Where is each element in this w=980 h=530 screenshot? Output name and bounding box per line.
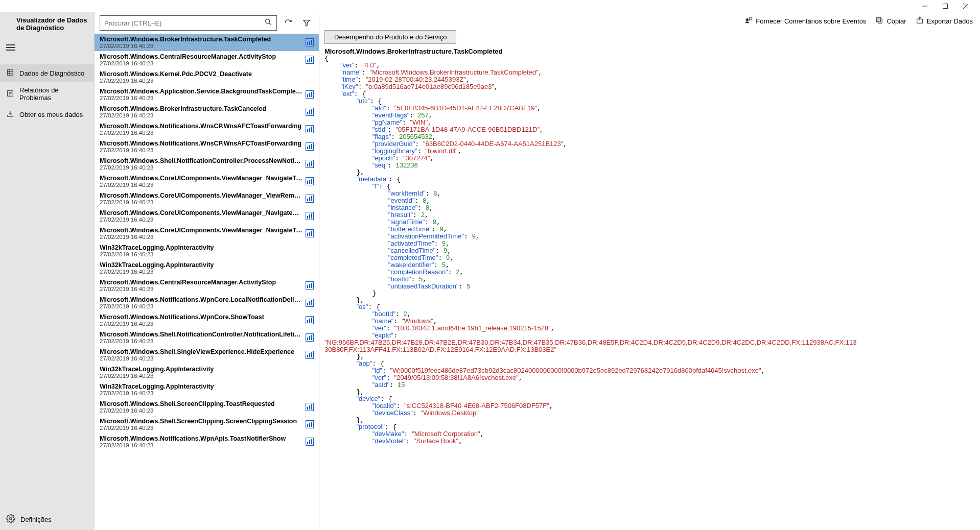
event-date: 27/02/2019 16:40:23	[100, 269, 314, 275]
export-icon	[916, 16, 924, 26]
svg-rect-43	[311, 161, 312, 166]
event-name: Microsoft.Windows.Shell.NotificationCont…	[100, 157, 302, 164]
chart-icon	[306, 351, 314, 359]
hamburger-button[interactable]	[0, 38, 94, 57]
event-name: Microsoft.Windows.Notifications.WpnCore.…	[100, 314, 302, 321]
event-date: 27/02/2019 16:40:23	[100, 425, 302, 431]
event-name: Microsoft.Windows.CentralResourceManager…	[100, 53, 302, 60]
search-box[interactable]	[100, 15, 277, 31]
event-item[interactable]: Microsoft.Windows.BrokerInfrastructure.T…	[95, 103, 319, 121]
svg-rect-37	[307, 147, 308, 149]
event-item[interactable]: Microsoft.Windows.Notifications.WnsCP.Wn…	[95, 138, 319, 155]
event-date: 27/02/2019 16:40:23	[100, 147, 302, 153]
chart-icon	[306, 438, 314, 446]
event-item[interactable]: Microsoft.Windows.Shell.ScreenClipping.S…	[95, 416, 319, 433]
svg-rect-62	[309, 284, 310, 288]
event-item[interactable]: Microsoft.Windows.BrokerInfrastructure.T…	[95, 34, 319, 51]
event-item[interactable]: Microsoft.Windows.Notifications.WpnCore.…	[95, 311, 319, 329]
event-item[interactable]: Microsoft.Windows.Shell.SingleViewExperi…	[95, 346, 319, 364]
chart-icon	[306, 333, 314, 342]
event-item[interactable]: Microsoft.Windows.Notifications.WnsCP.Wn…	[95, 121, 319, 138]
category-button[interactable]: Desempenho do Produto e do Serviço	[324, 30, 456, 44]
settings-button[interactable]: Definições	[0, 509, 94, 530]
event-item[interactable]: Win32kTraceLogging.AppInteractivity27/02…	[95, 381, 319, 398]
sidebar-item-1[interactable]: Relatórios de Problemas	[0, 82, 94, 106]
event-date: 27/02/2019 16:40:23	[100, 78, 314, 84]
event-item[interactable]: Microsoft.Windows.Shell.NotificationCont…	[95, 329, 319, 346]
svg-rect-1	[943, 4, 948, 9]
event-item[interactable]: Microsoft.Windows.CentralResourceManager…	[95, 277, 319, 294]
export-button[interactable]: Exportar Dados	[916, 16, 973, 26]
svg-rect-78	[309, 353, 310, 357]
window-titlebar	[0, 0, 980, 12]
svg-rect-77	[307, 355, 308, 357]
svg-rect-45	[307, 181, 308, 184]
event-name: Win32kTraceLogging.AppInteractivity	[100, 244, 314, 251]
svg-rect-53	[307, 216, 308, 219]
svg-rect-30	[309, 110, 310, 114]
svg-rect-86	[309, 423, 310, 427]
chart-icon	[306, 195, 314, 203]
svg-rect-51	[311, 196, 312, 201]
svg-rect-21	[307, 60, 308, 62]
event-item[interactable]: Win32kTraceLogging.AppInteractivity27/02…	[95, 242, 319, 259]
refresh-button[interactable]	[281, 16, 295, 30]
event-item[interactable]: Microsoft.Windows.CoreUIComponents.ViewM…	[95, 173, 319, 190]
filter-button[interactable]	[299, 16, 314, 30]
chart-icon	[306, 281, 314, 290]
search-input[interactable]	[104, 19, 264, 27]
svg-rect-29	[307, 112, 308, 114]
svg-rect-27	[311, 92, 312, 97]
svg-rect-55	[311, 213, 312, 219]
event-item[interactable]: Win32kTraceLogging.AppInteractivity27/02…	[95, 364, 319, 381]
window-close-button[interactable]	[955, 1, 976, 11]
event-date: 27/02/2019 16:40:23	[100, 321, 302, 327]
event-item[interactable]: Microsoft.Windows.CoreUIComponents.ViewM…	[95, 225, 319, 242]
event-name: Microsoft.Windows.Shell.ScreenClipping.S…	[100, 418, 302, 425]
event-date: 27/02/2019 16:40:23	[100, 130, 302, 136]
list-toolbar	[95, 12, 319, 34]
event-item[interactable]: Microsoft.Windows.Shell.NotificationCont…	[95, 155, 319, 173]
event-date: 27/02/2019 16:40:23	[100, 286, 302, 292]
event-item[interactable]: Microsoft.Windows.CoreUIComponents.ViewM…	[95, 190, 319, 207]
svg-rect-54	[309, 214, 310, 219]
event-item[interactable]: Microsoft.Windows.Application.Service.Ba…	[95, 86, 319, 103]
search-icon	[264, 18, 272, 28]
nav-icon	[6, 68, 14, 78]
window-minimize-button[interactable]	[915, 1, 935, 11]
sidebar-item-label: Relatórios de Problemas	[19, 86, 88, 102]
svg-rect-38	[309, 145, 310, 149]
event-item[interactable]: Microsoft.Windows.Notifications.WpnCore.…	[95, 294, 319, 311]
event-item[interactable]: Microsoft.Windows.Kernel.Pdc.PDCV2_Deact…	[95, 68, 319, 86]
svg-rect-58	[309, 232, 310, 236]
copy-button[interactable]: Copiar	[875, 16, 906, 26]
svg-rect-81	[307, 407, 308, 409]
window-maximize-button[interactable]	[935, 1, 955, 11]
event-item[interactable]: Microsoft.Windows.CoreUIComponents.ViewM…	[95, 207, 319, 225]
event-item[interactable]: Microsoft.Windows.Notifications.WpnApis.…	[95, 433, 319, 450]
event-item[interactable]: Win32kTraceLogging.AppInteractivity27/02…	[95, 259, 319, 277]
svg-rect-87	[311, 422, 312, 427]
svg-rect-47	[311, 179, 312, 184]
svg-rect-75	[311, 335, 312, 340]
event-name: Microsoft.Windows.Shell.SingleViewExperi…	[100, 348, 302, 355]
app-title: Visualizador de Dados de Diagnóstico	[0, 12, 94, 38]
chart-icon	[306, 177, 314, 185]
event-name: Microsoft.Windows.Notifications.WnsCP.Wn…	[100, 140, 302, 147]
event-item[interactable]: Microsoft.Windows.CentralResourceManager…	[95, 51, 319, 68]
svg-rect-34	[309, 128, 310, 132]
svg-rect-79	[311, 352, 312, 357]
event-name: Microsoft.Windows.CoreUIComponents.ViewM…	[100, 209, 302, 216]
event-date: 27/02/2019 16:40:23	[100, 95, 302, 101]
event-list: Microsoft.Windows.BrokerInfrastructure.T…	[95, 34, 319, 530]
sidebar-item-2[interactable]: Obter os meus dados	[0, 106, 94, 124]
feedback-button[interactable]: Fornecer Comentários sobre Eventos	[744, 16, 866, 26]
sidebar-item-0[interactable]: Dados de Diagnóstico	[0, 64, 94, 82]
event-item[interactable]: Microsoft.Windows.Shell.ScreenClipping.T…	[95, 398, 319, 416]
event-name: Win32kTraceLogging.AppInteractivity	[100, 366, 314, 373]
chart-icon	[306, 420, 314, 428]
svg-rect-65	[307, 303, 308, 305]
event-name: Microsoft.Windows.Notifications.WpnApis.…	[100, 435, 302, 442]
event-list-column: Microsoft.Windows.BrokerInfrastructure.T…	[95, 12, 319, 530]
svg-rect-23	[311, 57, 312, 62]
